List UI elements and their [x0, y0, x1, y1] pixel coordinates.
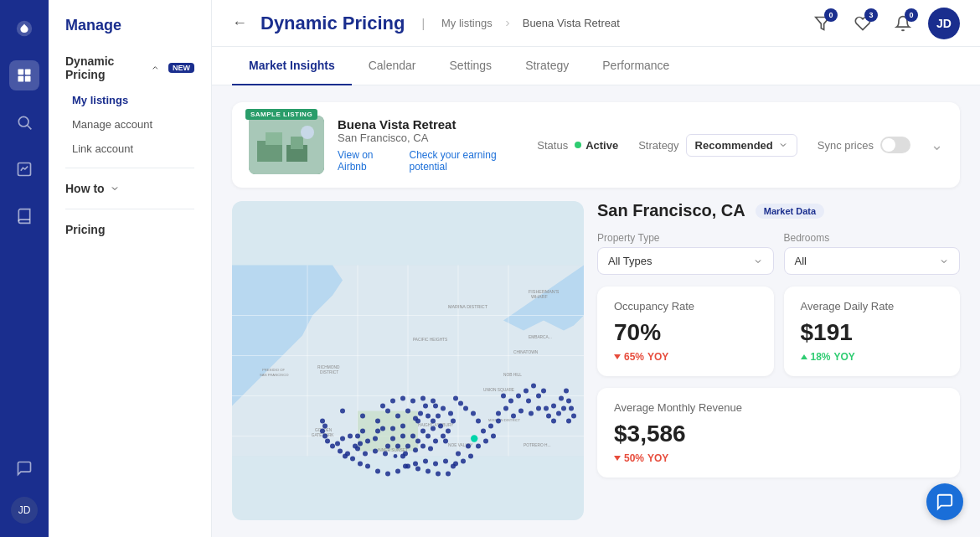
sidebar-section-howto: How to — [49, 175, 211, 202]
svg-point-69 — [400, 424, 405, 429]
svg-point-74 — [358, 441, 363, 447]
svg-point-152 — [501, 394, 506, 399]
back-button[interactable]: ← — [232, 14, 247, 32]
breadcrumb-chevron-icon — [503, 18, 513, 28]
breadcrumb-sep-1: | — [421, 17, 425, 30]
occupancy-value: 70% — [614, 319, 757, 346]
map-data-row: FISHERMAN'S WHARF MARINA DISTRICT CHINAT… — [232, 201, 960, 520]
svg-point-161 — [529, 411, 534, 416]
status-value: Active — [585, 139, 618, 152]
nav-analytics[interactable] — [9, 154, 39, 184]
nav-logo[interactable] — [9, 13, 39, 44]
sidebar: Manage Dynamic Pricing NEW My listings M… — [49, 0, 212, 537]
svg-point-94 — [443, 439, 448, 444]
svg-point-45 — [320, 419, 325, 424]
user-avatar[interactable]: JD — [928, 8, 960, 39]
airbnb-link[interactable]: View on Airbnb — [338, 149, 398, 173]
new-badge: NEW — [168, 63, 194, 73]
strategy-select[interactable]: Recommended — [686, 134, 797, 157]
adr-value: $191 — [801, 319, 944, 346]
page-title: Dynamic Pricing — [260, 13, 405, 34]
svg-point-162 — [536, 406, 541, 411]
market-data-badge: Market Data — [756, 204, 824, 219]
svg-point-51 — [360, 429, 365, 434]
earning-link[interactable]: Check your earning potential — [410, 149, 524, 173]
tab-market-insights[interactable]: Market Insights — [232, 47, 352, 85]
svg-point-81 — [413, 447, 418, 452]
sidebar-title: Manage — [49, 17, 211, 48]
svg-text:DISTRICT: DISTRICT — [320, 370, 338, 374]
sidebar-item-link-account[interactable]: Link account — [65, 137, 194, 161]
data-header: San Francisco, CA Market Data — [597, 201, 960, 220]
svg-point-60 — [395, 444, 400, 449]
nav-avatar[interactable]: JD — [11, 497, 38, 524]
svg-point-114 — [355, 434, 360, 439]
map-container[interactable]: FISHERMAN'S WHARF MARINA DISTRICT CHINAT… — [232, 201, 584, 520]
strategy-chevron-icon — [778, 140, 788, 150]
svg-point-91 — [423, 404, 428, 409]
revenue-arrow-down — [614, 456, 621, 461]
heart-button[interactable]: 3 — [848, 8, 878, 39]
nav-search[interactable] — [9, 107, 39, 137]
svg-point-154 — [518, 409, 524, 414]
svg-point-70 — [390, 426, 395, 431]
tab-performance[interactable]: Performance — [585, 47, 686, 85]
tab-settings[interactable]: Settings — [433, 47, 509, 85]
svg-point-142 — [483, 439, 488, 444]
sidebar-howto-header[interactable]: How to — [65, 175, 194, 202]
nav-book[interactable] — [9, 201, 39, 231]
sidebar-item-manage-account[interactable]: Manage account — [65, 112, 194, 137]
nav-support[interactable] — [9, 453, 39, 483]
sidebar-pricing-label: Pricing — [65, 223, 105, 236]
svg-point-135 — [453, 462, 458, 467]
sidebar-dynamic-pricing-header[interactable]: Dynamic Pricing NEW — [65, 48, 194, 88]
sidebar-section-pricing: Pricing — [49, 216, 211, 243]
svg-point-140 — [496, 419, 501, 424]
svg-text:PRESIDIO OF: PRESIDIO OF — [262, 368, 285, 372]
property-type-label: Property Type — [597, 232, 774, 244]
svg-point-77 — [373, 449, 378, 454]
revenue-yoy-label: YOY — [647, 452, 668, 464]
svg-point-146 — [463, 406, 468, 411]
tab-calendar[interactable]: Calendar — [352, 47, 433, 85]
bedrooms-select[interactable]: All — [784, 247, 961, 275]
svg-point-47 — [360, 414, 365, 419]
sidebar-item-my-listings[interactable]: My listings — [65, 88, 194, 112]
data-panel: San Francisco, CA Market Data Property T… — [597, 201, 960, 520]
svg-point-104 — [413, 462, 418, 467]
svg-text:PACIFIC HEIGHTS: PACIFIC HEIGHTS — [413, 338, 447, 342]
svg-point-68 — [413, 416, 418, 421]
svg-point-48 — [375, 419, 380, 424]
listing-name: Buena Vista Retreat — [338, 117, 524, 132]
sidebar-pricing-header[interactable]: Pricing — [65, 216, 194, 243]
svg-point-55 — [420, 429, 426, 434]
svg-line-6 — [28, 126, 32, 130]
topbar-right: 0 3 0 JD — [807, 8, 960, 39]
svg-point-118 — [338, 449, 343, 454]
sync-toggle[interactable] — [880, 137, 910, 153]
svg-point-122 — [322, 434, 328, 439]
revenue-yoy: 50% YOY — [614, 452, 943, 464]
svg-point-130 — [431, 399, 436, 404]
strategy-group: Strategy Recommended — [638, 134, 797, 157]
svg-point-148 — [453, 396, 458, 401]
expand-button[interactable]: ⌄ — [931, 136, 943, 154]
svg-point-57 — [400, 434, 405, 439]
svg-point-102 — [433, 462, 438, 467]
tab-strategy[interactable]: Strategy — [508, 47, 585, 85]
occupancy-arrow-down — [614, 354, 621, 359]
bell-badge: 0 — [905, 8, 918, 22]
bell-button[interactable]: 0 — [888, 8, 918, 39]
svg-rect-13 — [291, 137, 303, 149]
svg-point-144 — [476, 419, 481, 424]
chat-bubble[interactable] — [926, 483, 963, 520]
adr-yoy-label: YOY — [834, 351, 855, 363]
svg-text:MARINA DISTRICT: MARINA DISTRICT — [448, 304, 488, 309]
svg-point-90 — [433, 404, 438, 409]
chat-icon — [936, 493, 954, 511]
property-type-select[interactable]: All Types — [597, 247, 774, 275]
nav-dashboard[interactable] — [9, 60, 39, 90]
filter-button[interactable]: 0 — [807, 8, 838, 39]
breadcrumb-my-listings[interactable]: My listings — [441, 17, 493, 29]
adr-arrow-up — [801, 354, 807, 359]
